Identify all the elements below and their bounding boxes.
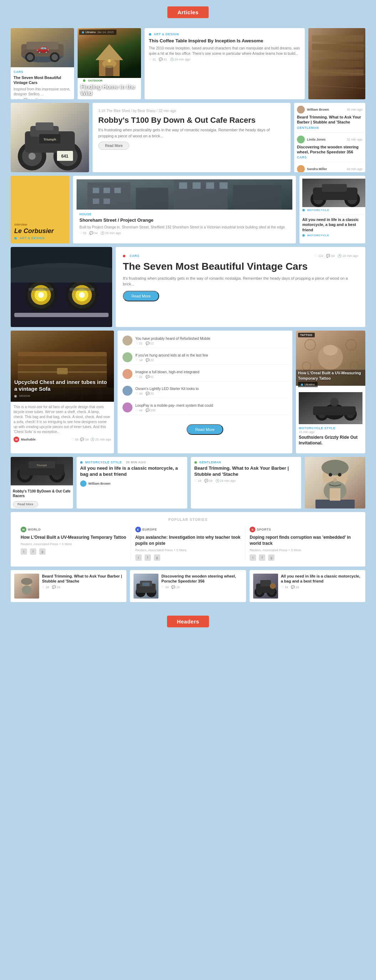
twitter-icon[interactable]: t [135, 554, 142, 561]
stats-likes: ♡ 122 [314, 254, 323, 258]
time-ago: 🕐 32 min ago [35, 98, 55, 99]
svg-point-90 [323, 345, 338, 355]
corbusier-label: Interview [14, 223, 66, 226]
articles-container: CARS The Seven Most Beautiful Vintage Ca… [0, 25, 376, 609]
svg-rect-50 [206, 182, 214, 189]
card-body: HOUSE Shoreham Street / Project Orange B… [76, 210, 292, 238]
svg-rect-58 [322, 184, 347, 192]
popular-title-europe: Alps avalanche: Investigation into why t… [135, 535, 241, 547]
card-robby-small[interactable]: Triumph Robby's T100 ByDown & Out Cafe R… [11, 457, 73, 509]
robby-read-more[interactable]: Read More [13, 501, 38, 508]
author-item-1: William Brown 35 min ago Beard Trimming.… [294, 103, 365, 133]
ultralinx-badge: Ultralinx Jan 14, 2015 [79, 30, 116, 35]
row-6: Triumph Robby's T100 ByDown & Out Cafe R… [11, 457, 365, 509]
facebook-icon[interactable]: f [30, 548, 36, 555]
corbusier-title: Le Corbusier [14, 228, 66, 235]
pop-category-sports: S SPORTS [250, 527, 355, 532]
card-tag: CARS [14, 70, 71, 74]
grizzly-card[interactable]: MOTORCYCLE STYLE 15 min ago Southsiders … [296, 389, 365, 453]
list-item-1: You have probably heard of Refurbished M… [120, 333, 290, 348]
r3-right-stack: MOTORCYCLE All you need in life is a cla… [300, 176, 365, 243]
meta-likes: ♡ 56 [71, 438, 79, 441]
bottom3-item-beard: Beard Trimming. What to Ask Your Barber … [11, 570, 126, 602]
corbusier-sub: ART & DESIGN [14, 236, 66, 240]
item-tag: MOTORCYCLE [302, 234, 362, 237]
stats-time: 🕐 16 min ago [338, 254, 358, 258]
r3-item-moto-text: All you need in life is a classic motorc… [300, 215, 365, 243]
item-tag: GENTLEMAN [297, 126, 362, 129]
google-icon[interactable]: g [268, 554, 274, 561]
grizzly-image [299, 392, 362, 424]
read-more-button[interactable]: Read More [123, 291, 159, 301]
google-icon[interactable]: g [39, 548, 46, 555]
likes: ♡ 16 [194, 479, 202, 482]
list-read-more-button[interactable]: Read More [186, 424, 223, 435]
popular-social-world: t f g [21, 548, 126, 555]
articles-header: Articles [0, 0, 376, 25]
card-wood-image [308, 28, 365, 99]
list-container: You have probably heard of Refurbished M… [118, 331, 292, 418]
card-meta: ♡ 31 💬 41 🕐 29 min ago [149, 58, 301, 61]
svg-rect-76 [18, 352, 107, 356]
card-excerpt: Inspired from this impressive scene, des… [14, 87, 71, 97]
twitter-icon[interactable]: t [21, 548, 27, 555]
wood-image [308, 28, 365, 99]
twitter-icon[interactable]: t [250, 554, 256, 561]
card-all-you-need[interactable]: MOTORCYCLE STYLE 35 min ago All you need… [76, 457, 187, 509]
robby-title: Robby's T100 ByDown & Out Cafe Racers [13, 489, 71, 498]
card-finding-home[interactable]: Ultralinx Jan 14, 2015 OUTDOOR Finding H… [78, 28, 141, 99]
card-vintage-cars-text[interactable]: CARS ♡ 122 💬 94 🕐 16 min ago The Seven M… [116, 247, 365, 327]
tattoo-title: How L'Oreal Built a UV-Measuring Tempora… [298, 371, 363, 381]
chest-image: Upcycled Chest and inner tubes into a vi… [11, 331, 114, 402]
bottom3-img-motorcycle [253, 574, 278, 598]
sports-icon: S [250, 527, 255, 532]
card-source: 3.1K The Bike Shed / by Bear Sharp / 32 … [98, 108, 285, 113]
robby-card-body: Robby's T100 ByDown & Out Cafe Racers Re… [11, 485, 73, 509]
grizzly-time: 15 min ago [299, 430, 362, 434]
likes: ♡ 31 [149, 58, 156, 61]
facebook-icon[interactable]: f [259, 554, 265, 561]
read-more-button[interactable]: Read More [98, 142, 129, 150]
card-chest-sofa[interactable]: Upcycled Chest and inner tubes into a vi… [11, 331, 114, 453]
svg-rect-103 [313, 406, 356, 415]
grizzly-tag: MOTORCYCLE STYLE [299, 426, 362, 430]
facebook-icon[interactable]: f [145, 554, 151, 561]
popular-item-world: W WORLD How L'Oreal Built a UV-Measuring… [16, 527, 131, 561]
time: 🕐 20 min ago [100, 231, 121, 235]
svg-rect-44 [104, 188, 110, 193]
r3-item-moto-img: MOTORCYCLE [300, 176, 365, 215]
google-icon[interactable]: g [154, 554, 160, 561]
tattoo-card[interactable]: TATTOO How L'Oreal Built a UV-Measuring … [296, 331, 365, 389]
bottom3-item-motorcycle: All you need in life is a classic motorc… [250, 570, 365, 602]
bottom3-meta-3: ♡ 34 💬 16 [281, 585, 362, 589]
author-avatar [80, 480, 86, 487]
card-cars-vintage-sm[interactable]: CARS The Seven Most Beautiful Vintage Ca… [11, 28, 74, 99]
comments-count: 💬 34 [24, 98, 32, 99]
card-tag: HOUSE [80, 212, 290, 216]
card-tag: GENTLEMAN [194, 460, 298, 464]
card-title: This Coffee Table Inspired By Inception … [149, 38, 301, 44]
grizzly-info: MOTORCYCLE STYLE 15 min ago Southsiders … [299, 426, 362, 446]
tag-dot [123, 255, 125, 257]
card-beard-trimming-text[interactable]: GENTLEMAN Beard Trimming. What to Ask Yo… [191, 457, 301, 509]
card-title: Beard Trimming. What to Ask Your Barber … [194, 465, 298, 477]
author-time: 32 min ago [346, 138, 362, 141]
card-le-corbusier[interactable]: Interview Le Corbusier ART & DESIGN [11, 176, 69, 243]
moto-tag: MOTORCYCLE [302, 208, 362, 212]
tattoo-badge-wrapper: TATTOO [298, 333, 315, 337]
svg-rect-20 [312, 44, 363, 50]
bottom3-text-3: All you need in life is a classic motorc… [281, 574, 362, 589]
card-list-items: You have probably heard of Refurbished M… [118, 331, 292, 453]
card-robby-t100[interactable]: 3.1K The Bike Shed / by Bear Sharp / 32 … [92, 103, 290, 172]
stats-comments: 💬 94 [326, 254, 335, 258]
likes: ♡ 52 [80, 231, 86, 235]
authors-list: William Brown 35 min ago Beard Trimming.… [294, 103, 365, 172]
card-r3-right: MOTORCYCLE All you need in life is a cla… [300, 176, 365, 243]
popular-social-europe: t f g [135, 554, 241, 561]
svg-rect-42 [233, 185, 281, 210]
card-coffee-table[interactable]: ART & DESIGN This Coffee Table Inspired … [145, 28, 305, 99]
cars-tag-row: CARS ♡ 122 💬 94 🕐 16 min ago [123, 254, 358, 258]
item-title: Discovering the wooden steering wheel, P… [297, 145, 362, 155]
list-avatar-2 [123, 352, 132, 362]
card-shoreham[interactable]: HOUSE Shoreham Street / Project Orange B… [73, 176, 296, 243]
